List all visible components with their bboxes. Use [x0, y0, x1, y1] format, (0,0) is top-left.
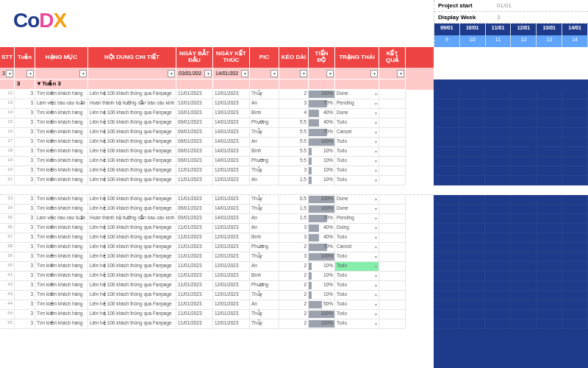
cell-trangthai[interactable]: Cancel▾ [335, 128, 379, 138]
dropdown-icon[interactable]: ▾ [375, 254, 377, 259]
dropdown-icon[interactable]: ▾ [375, 283, 377, 288]
dropdown-icon[interactable]: ▾ [375, 321, 377, 326]
filter-icon[interactable]: ▾ [241, 70, 248, 77]
table-row[interactable]: 393Tìm kiếm khách hàngLiên hệ 100 khách … [0, 252, 434, 262]
table-row[interactable]: 133Làm việc báo cáo tuầnHoàn thành bộ hư… [0, 99, 434, 109]
cell-trangthai[interactable]: Todo▾ [335, 147, 379, 157]
cell-trangthai[interactable]: Todo▾ [335, 300, 379, 310]
dropdown-icon[interactable]: ▾ [375, 101, 377, 106]
cell-trangthai[interactable]: Todo▾ [335, 281, 379, 291]
table-row[interactable]: 173Tìm kiếm khách hàngLiên hệ 100 khách … [0, 138, 434, 147]
cell-trangthai[interactable]: Todo▾ [335, 157, 379, 166]
table-row[interactable]: 143Tìm kiếm khách hàngLiên hệ 100 khách … [0, 109, 434, 118]
filter-icon[interactable]: ▾ [6, 70, 13, 77]
cell-trangthai[interactable]: Done▾ [335, 205, 379, 214]
table-row[interactable]: 203Tìm kiếm khách hàngLiên hệ 100 khách … [0, 166, 434, 176]
dropdown-icon[interactable]: ▾ [375, 273, 377, 278]
dropdown-icon[interactable]: ▾ [375, 158, 377, 163]
cell-batdau: 09/01/2023 [176, 128, 213, 138]
filter-kt[interactable]: 14/01/202▾ [213, 68, 250, 79]
dropdown-icon[interactable]: ▾ [375, 206, 377, 211]
table-row[interactable]: 543Tìm kiếm khách hàngLiên hệ 100 khách … [0, 310, 434, 319]
filter-icon[interactable]: ▾ [300, 70, 307, 77]
cell-trangthai[interactable]: Todo▾ [335, 262, 379, 272]
table-row[interactable]: 353Làm việc báo cáo tuầnHoàn thành bộ hư… [0, 214, 434, 224]
dropdown-icon[interactable]: ▾ [375, 120, 377, 125]
cell-trangthai[interactable]: Todo▾ [335, 252, 379, 262]
filter-icon[interactable]: ▾ [204, 70, 212, 77]
table-row[interactable]: 403Tìm kiếm khách hàngLiên hệ 100 khách … [0, 262, 434, 272]
display-week-value[interactable]: 3 [493, 12, 588, 23]
cell-trangthai[interactable]: Todo▾ [335, 291, 379, 300]
dropdown-icon[interactable]: ▾ [375, 216, 377, 221]
cell-hangmuc: Tìm kiếm khách hàng [35, 310, 88, 319]
cell-trangthai[interactable]: Todo▾ [335, 233, 379, 243]
cell-trangthai[interactable]: Todo▾ [335, 319, 379, 329]
table-row[interactable]: 183Tìm kiếm khách hàngLiên hệ 100 khách … [0, 147, 434, 157]
cell-trangthai[interactable]: Todo▾ [335, 166, 379, 176]
dropdown-icon[interactable]: ▾ [375, 302, 377, 307]
table-row[interactable]: 433Tìm kiếm khách hàngLiên hệ 100 khách … [0, 291, 434, 300]
table-row[interactable]: 443Tìm kiếm khách hàngLiên hệ 100 khách … [0, 300, 434, 310]
cell-trangthai[interactable]: Done▾ [335, 90, 379, 99]
dropdown-icon[interactable]: ▾ [375, 292, 377, 297]
table-row[interactable]: 343Tìm kiếm khách hàngLiên hệ 100 khách … [0, 205, 434, 214]
filter-icon[interactable]: ▾ [397, 70, 404, 77]
filter-icon[interactable]: ▾ [370, 70, 378, 77]
dropdown-icon[interactable]: ▾ [375, 177, 377, 183]
project-start-value[interactable]: 01/01 [493, 0, 588, 11]
dropdown-icon[interactable]: ▾ [375, 168, 377, 173]
filter-kd[interactable]: ▾ [279, 68, 309, 79]
cell-trangthai[interactable]: Todo▾ [335, 272, 379, 281]
cell-trangthai[interactable]: Done▾ [335, 195, 379, 205]
filter-nd[interactable]: ▾ [88, 68, 176, 79]
filter-stt[interactable]: 3▾ [0, 68, 15, 79]
table-row[interactable]: 413Tìm kiếm khách hàngLiên hệ 100 khách … [0, 272, 434, 281]
filter-td[interactable]: ▾ [309, 68, 335, 79]
dropdown-icon[interactable]: ▾ [375, 139, 377, 144]
filter-icon[interactable]: ▾ [326, 70, 334, 77]
filter-icon[interactable]: ▾ [168, 70, 175, 77]
cell-ketthuc: 12/01/2023 [213, 310, 250, 319]
table-row[interactable]: 213Tìm kiếm khách hàngLiên hệ 100 khách … [0, 176, 434, 185]
filter-pic[interactable]: ▾ [250, 68, 279, 79]
dropdown-icon[interactable]: ▾ [375, 244, 377, 250]
table-row[interactable]: 423Tìm kiếm khách hàngLiên hệ 100 khách … [0, 281, 434, 291]
dropdown-icon[interactable]: ▾ [375, 149, 377, 154]
table-row[interactable]: 383Tìm kiếm khách hàngLiên hệ 100 khách … [0, 243, 434, 252]
table-row[interactable]: 123Tìm kiếm khách hàngLiên hệ 100 khách … [0, 90, 434, 99]
filter-tuan[interactable]: ▾ [15, 68, 35, 79]
cell-trangthai[interactable]: Pending▾ [335, 214, 379, 224]
table-row[interactable]: 193Tìm kiếm khách hàngLiên hệ 100 khách … [0, 157, 434, 166]
filter-icon[interactable]: ▾ [26, 70, 34, 77]
dropdown-icon[interactable]: ▾ [375, 235, 377, 240]
table-row[interactable]: 373Tìm kiếm khách hàngLiên hệ 100 khách … [0, 233, 434, 243]
cell-trangthai[interactable]: Doing▾ [335, 224, 379, 233]
cell-trangthai[interactable]: Todo▾ [335, 176, 379, 185]
dropdown-icon[interactable]: ▾ [375, 110, 377, 116]
dropdown-icon[interactable]: ▾ [375, 130, 377, 135]
filter-tt[interactable]: ▾ [335, 68, 379, 79]
table-row[interactable]: 363Tìm kiếm khách hàngLiên hệ 100 khách … [0, 224, 434, 233]
filter-hm[interactable]: ▾ [35, 68, 88, 79]
cell-trangthai[interactable]: Todo▾ [335, 310, 379, 319]
table-row[interactable]: 553Tìm kiếm khách hàngLiên hệ 100 khách … [0, 319, 434, 329]
cell-trangthai[interactable]: Pending▾ [335, 99, 379, 109]
cell-trangthai[interactable]: Cancel▾ [335, 243, 379, 252]
filter-kq[interactable]: ▾ [379, 68, 406, 79]
cell-trangthai[interactable]: Done▾ [335, 109, 379, 118]
group-row-tuan3[interactable]: 3 ▾ Tuần 3 [0, 79, 434, 90]
cell-trangthai[interactable]: Todo▾ [335, 118, 379, 128]
table-row[interactable]: 333Tìm kiếm khách hàngLiên hệ 100 khách … [0, 195, 434, 205]
filter-icon[interactable]: ▾ [79, 70, 87, 77]
table-row[interactable]: 163Tìm kiếm khách hàngLiên hệ 100 khách … [0, 128, 434, 138]
filter-icon[interactable]: ▾ [270, 70, 278, 77]
cell-trangthai[interactable]: Todo▾ [335, 138, 379, 147]
filter-bd[interactable]: 03/01/202▾ [176, 68, 213, 79]
dropdown-icon[interactable]: ▾ [375, 263, 377, 269]
dropdown-icon[interactable]: ▾ [375, 197, 377, 202]
dropdown-icon[interactable]: ▾ [375, 225, 377, 230]
table-row[interactable]: 153Tìm kiếm khách hàngLiên hệ 100 khách … [0, 118, 434, 128]
dropdown-icon[interactable]: ▾ [375, 91, 377, 96]
dropdown-icon[interactable]: ▾ [375, 311, 377, 316]
